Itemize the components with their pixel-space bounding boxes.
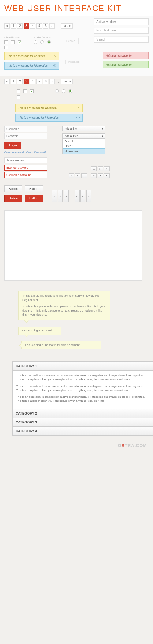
dropdown-opt-2[interactable]: Filter 2 bbox=[63, 144, 105, 148]
pager2-last[interactable]: Last » bbox=[61, 79, 72, 84]
checkbox-2[interactable] bbox=[11, 40, 15, 44]
search-button-faint[interactable]: Search bbox=[63, 38, 79, 44]
message2-info: This is a message for information.ⓘ bbox=[15, 114, 83, 122]
radio-label: Radio buttons bbox=[34, 36, 51, 39]
pager-3[interactable]: 3 bbox=[24, 23, 29, 29]
messages-2: This is a message for warnings.⚠ This is… bbox=[0, 101, 153, 126]
dropdown-open-header[interactable]: Add a filter▾ bbox=[63, 134, 105, 139]
button-grey-2[interactable]: Button bbox=[25, 185, 43, 192]
search-input-top[interactable] bbox=[94, 36, 149, 43]
pager-6[interactable]: 6 bbox=[43, 23, 48, 29]
minimize-icon[interactable]: — bbox=[91, 166, 97, 171]
warning-icon-2: ⚠ bbox=[76, 106, 80, 110]
checkbox-group-top: Checkboxes bbox=[4, 36, 21, 49]
checkbox2-3[interactable] bbox=[30, 89, 34, 93]
dropdown-closed[interactable]: Add a filter ▾ bbox=[62, 126, 105, 131]
pager-next[interactable]: › bbox=[49, 23, 55, 29]
pager2-first[interactable]: « bbox=[4, 79, 10, 84]
forgot-username-link[interactable]: Forgot username? bbox=[4, 151, 24, 153]
arrow-up-2[interactable]: ▴ bbox=[75, 173, 80, 178]
checkbox-3[interactable] bbox=[18, 40, 21, 44]
tooltip-side: This is a single-line tooltip for side p… bbox=[21, 341, 101, 349]
radio-2[interactable] bbox=[40, 40, 44, 44]
pager2-next[interactable]: › bbox=[49, 79, 55, 84]
tooltip-single: This is a single-line tooltip. bbox=[18, 327, 61, 335]
pager-last[interactable]: Last » bbox=[61, 23, 72, 29]
forgot-password-link[interactable]: Forgot Password? bbox=[26, 151, 46, 153]
slider-next-1[interactable]: ▸ bbox=[75, 190, 80, 202]
watermark: GXTRA.COM bbox=[0, 439, 153, 450]
active-window-input[interactable] bbox=[94, 18, 149, 25]
checkbox2-1[interactable] bbox=[17, 89, 20, 93]
maximize-icon[interactable]: ▢ bbox=[98, 166, 103, 171]
arrow-button-sets: — ▢ ✕ ▴ ▴ ▴ ▾ ▾ ▾ bbox=[69, 166, 110, 178]
dropdown-opt-1[interactable]: Filter 1 bbox=[63, 139, 105, 144]
message-warning: This is a message for warnings.⚠ bbox=[4, 52, 59, 60]
pager2-4[interactable]: 4 bbox=[30, 79, 35, 84]
pager2-1[interactable]: 1 bbox=[11, 79, 16, 84]
message-error: This is a message for bbox=[103, 52, 149, 59]
pager2-5[interactable]: 5 bbox=[36, 79, 42, 84]
pagination-2: « 1 2 3 4 5 6 › ... Last » bbox=[4, 79, 149, 84]
buttons-sliders-row: Button Button Button Button ◂ ◂ ◂ ▸ ▸ ▸ bbox=[0, 185, 153, 207]
arrow-down-1[interactable]: ▾ bbox=[91, 173, 97, 178]
checkbox2-4[interactable] bbox=[17, 95, 20, 99]
pager-first[interactable]: « bbox=[4, 23, 10, 29]
pager2-2[interactable]: 2 bbox=[17, 79, 23, 84]
warning-icon: ⚠ bbox=[53, 54, 57, 58]
arrow-up-3[interactable]: ▴ bbox=[81, 173, 87, 178]
chevron-down-icon: ▾ bbox=[102, 127, 103, 130]
radio-3[interactable] bbox=[47, 40, 51, 44]
username-input[interactable] bbox=[4, 126, 47, 132]
accordion: CATEGORY 1 This is an accordion. It crea… bbox=[12, 361, 153, 436]
info-icon-2: ⓘ bbox=[76, 116, 80, 119]
top-widgets-row: « 1 2 3 4 5 6 › ... Last » Checkboxes bbox=[0, 16, 153, 76]
accordion-header-4[interactable]: CATEGORY 4 bbox=[12, 426, 153, 436]
login-button[interactable]: Login bbox=[4, 142, 21, 149]
arrow-down-3[interactable]: ▾ bbox=[104, 173, 110, 178]
message2-warning: This is a message for warnings.⚠ bbox=[15, 104, 83, 112]
pager-4[interactable]: 4 bbox=[30, 23, 35, 29]
arrow-down-2[interactable]: ▾ bbox=[98, 173, 103, 178]
dropdown-group: Add a filter ▾ Add a filter▾ Filter 1 Fi… bbox=[62, 126, 105, 154]
messages-right: This is a message for This is a message … bbox=[103, 52, 149, 70]
radio-1[interactable] bbox=[34, 40, 37, 44]
status-notfound: Username not found bbox=[4, 172, 47, 178]
message-success: This is a message for bbox=[103, 61, 149, 68]
status-boxes: Active window Incorrect pasword Username… bbox=[4, 157, 47, 179]
placeholder-input[interactable] bbox=[94, 27, 149, 34]
pager-2[interactable]: 2 bbox=[17, 23, 23, 29]
pager2-3[interactable]: 3 bbox=[24, 79, 29, 84]
pager-dots: ... bbox=[56, 24, 60, 28]
slider-next-3[interactable]: ▸ bbox=[86, 190, 91, 202]
slider-prev-3[interactable]: ◂ bbox=[64, 190, 69, 202]
accordion-header-2[interactable]: CATEGORY 2 bbox=[12, 409, 153, 418]
forgot-links: Forgot username? Forgot Password? bbox=[4, 151, 47, 153]
accordion-header-3[interactable]: CATEGORY 3 bbox=[12, 418, 153, 427]
slider-next-2[interactable]: ▸ bbox=[80, 190, 85, 202]
checkbox2-2[interactable] bbox=[23, 89, 27, 93]
accordion-header-1[interactable]: CATEGORY 1 bbox=[12, 361, 153, 371]
radio2-2[interactable] bbox=[62, 89, 65, 93]
close-icon[interactable]: ✕ bbox=[104, 166, 110, 171]
textarea[interactable] bbox=[4, 210, 142, 281]
chevron-down-icon-2: ▾ bbox=[102, 134, 103, 137]
arrow-up-1[interactable]: ▴ bbox=[69, 173, 74, 178]
pager2-6[interactable]: 6 bbox=[43, 79, 48, 84]
message-info: This is a message for information.ⓘ bbox=[4, 62, 59, 70]
radio2-3[interactable] bbox=[69, 89, 72, 93]
radio2-1[interactable] bbox=[55, 89, 59, 93]
slider-prev-1[interactable]: ◂ bbox=[52, 190, 57, 202]
pager-1[interactable]: 1 bbox=[11, 23, 16, 29]
button-red-2[interactable]: Button bbox=[25, 195, 43, 202]
button-red-1[interactable]: Button bbox=[4, 195, 22, 202]
password-input[interactable] bbox=[4, 133, 47, 139]
login-form: Login Forgot username? Forgot Password? bbox=[4, 126, 47, 154]
slider-prev-2[interactable]: ◂ bbox=[58, 190, 63, 202]
dropdown-opt-3[interactable]: Mouseover bbox=[63, 148, 105, 154]
dropdown-open: Add a filter▾ Filter 1 Filter 2 Mouseove… bbox=[62, 133, 105, 154]
pager-5[interactable]: 5 bbox=[36, 23, 42, 29]
checkbox-1[interactable] bbox=[4, 40, 8, 44]
checkbox-4[interactable] bbox=[4, 46, 8, 49]
button-grey-1[interactable]: Button bbox=[4, 185, 22, 192]
